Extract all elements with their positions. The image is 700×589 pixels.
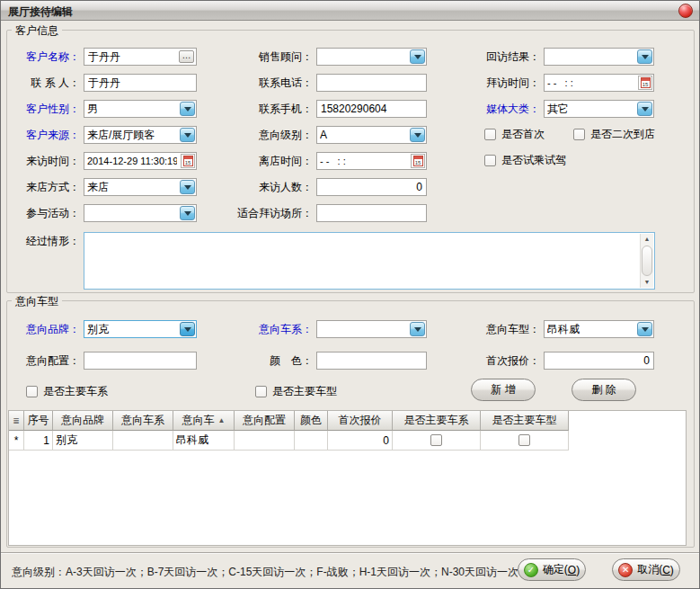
col-header-model[interactable]: 意向车▲ — [173, 411, 235, 431]
leave-time-value[interactable] — [317, 153, 410, 169]
col-header-color[interactable]: 颜色 — [295, 411, 328, 431]
customer-name-browse-button[interactable]: … — [179, 50, 194, 63]
intent-series-value[interactable] — [317, 321, 409, 337]
calendar-icon[interactable]: 15 — [638, 76, 652, 90]
intent-config-label: 意向配置： — [8, 353, 80, 368]
col-header-seq[interactable]: 序号 — [24, 411, 53, 431]
main-series-checkbox[interactable]: 是否主要车系 — [26, 385, 108, 397]
table-row[interactable]: * 1 别克 昂科威 0 — [9, 431, 686, 451]
leave-time-field[interactable]: 15 — [316, 152, 427, 170]
intent-table: ≣ 序号 意向品牌 意向车系 意向车▲ 意向配置 颜色 首次报价 是否主要车系 … — [8, 410, 687, 546]
gender-value[interactable] — [84, 101, 179, 117]
delete-button[interactable]: 删 除 — [572, 379, 636, 401]
intent-brand-combo[interactable] — [84, 320, 197, 338]
gender-label: 客户性别： — [8, 102, 80, 116]
mobile-field[interactable] — [316, 100, 427, 118]
first-quote-label: 首次报价： — [447, 353, 540, 368]
chevron-down-icon[interactable] — [180, 206, 195, 220]
row-selector-header[interactable]: ≣ — [9, 411, 24, 431]
checkbox-icon[interactable] — [26, 386, 38, 397]
arrive-time-value[interactable] — [84, 153, 180, 169]
visit-mode-combo[interactable] — [84, 178, 197, 196]
ok-button[interactable]: ✓ 确定(O) — [518, 558, 586, 581]
chevron-down-icon[interactable] — [180, 322, 195, 336]
main-model-checkbox[interactable]: 是否主要车型 — [255, 385, 337, 397]
contact-person-label: 联 系 人： — [8, 76, 80, 90]
chevron-down-icon[interactable] — [637, 322, 652, 336]
revisit-result-label: 回访结果： — [447, 49, 540, 64]
sales-consultant-value[interactable] — [317, 49, 409, 65]
contact-person-field[interactable] — [84, 74, 197, 92]
narrative-textarea[interactable]: ▲ ▼ — [84, 232, 655, 290]
intent-level-value[interactable] — [317, 127, 409, 143]
col-header-main-model[interactable]: 是否主要车型 — [481, 411, 569, 431]
second-visit-checkbox[interactable]: 是否二次到店 — [573, 128, 655, 140]
media-type-label: 媒体大类： — [447, 102, 540, 116]
appoint-time-value[interactable] — [545, 75, 637, 91]
cancel-button[interactable]: ✕ 取消(C) — [612, 558, 680, 581]
intent-config-field[interactable] — [84, 352, 197, 370]
color-field[interactable] — [316, 352, 427, 370]
chevron-down-icon[interactable] — [180, 128, 195, 142]
intent-vehicle-group-title: 意向车型 — [12, 294, 62, 309]
checkbox-icon[interactable] — [484, 129, 496, 140]
intent-level-hint: 意向级别：A-3天回访一次；B-7天回访一次；C-15天回访一次；F-战败；H-… — [12, 565, 518, 580]
appoint-time-field[interactable]: 15 — [544, 74, 654, 92]
intent-brand-label: 意向品牌： — [8, 322, 80, 336]
revisit-result-value[interactable] — [545, 49, 636, 65]
cell-main-model-checkbox[interactable] — [518, 434, 530, 446]
intent-model-label: 意向车型： — [447, 322, 540, 336]
chevron-down-icon[interactable] — [180, 180, 195, 194]
col-header-series[interactable]: 意向车系 — [113, 411, 173, 431]
cell-main-series-checkbox[interactable] — [430, 434, 442, 446]
visitor-count-field[interactable] — [316, 178, 427, 196]
visitor-count-label: 来访人数： — [228, 180, 313, 194]
revisit-result-combo[interactable] — [544, 48, 654, 66]
checkbox-icon[interactable] — [573, 129, 585, 140]
sales-consultant-combo[interactable] — [316, 48, 427, 66]
activity-value[interactable] — [84, 205, 179, 221]
intent-model-combo[interactable] — [544, 320, 654, 338]
arrive-time-field[interactable]: 15 — [84, 152, 197, 170]
ok-check-icon: ✓ — [524, 563, 538, 577]
calendar-icon[interactable]: 15 — [181, 154, 195, 168]
narrative-label: 经过情形： — [8, 234, 80, 248]
checkbox-icon[interactable] — [255, 386, 267, 397]
media-type-value[interactable] — [545, 101, 636, 117]
scroll-down-icon[interactable]: ▼ — [641, 277, 653, 288]
scroll-up-icon[interactable]: ▲ — [641, 234, 653, 245]
intent-series-combo[interactable] — [316, 320, 427, 338]
first-visit-checkbox[interactable]: 是否首次 — [484, 128, 545, 140]
activity-combo[interactable] — [84, 204, 197, 222]
chevron-down-icon[interactable] — [410, 49, 425, 64]
contact-phone-field[interactable] — [316, 74, 427, 92]
chevron-down-icon[interactable] — [180, 102, 195, 116]
add-button[interactable]: 新 增 — [471, 379, 536, 401]
calendar-icon[interactable]: 15 — [411, 154, 425, 168]
chevron-down-icon[interactable] — [637, 49, 652, 64]
source-combo[interactable] — [84, 126, 197, 144]
test-drive-checkbox[interactable]: 是否试乘试驾 — [484, 154, 566, 166]
intent-level-combo[interactable] — [316, 126, 427, 144]
source-value[interactable] — [84, 127, 179, 143]
first-quote-field[interactable] — [544, 352, 654, 370]
chevron-down-icon[interactable] — [637, 102, 652, 116]
intent-model-value[interactable] — [545, 321, 636, 337]
intent-brand-value[interactable] — [84, 321, 179, 337]
scrollbar-thumb[interactable] — [642, 245, 652, 276]
visit-mode-value[interactable] — [84, 179, 179, 195]
col-header-quote[interactable]: 首次报价 — [328, 411, 393, 431]
chevron-down-icon[interactable] — [410, 322, 425, 336]
visit-place-field[interactable] — [316, 204, 427, 222]
chevron-down-icon[interactable] — [410, 128, 425, 142]
checkbox-icon[interactable] — [484, 155, 496, 166]
col-header-config[interactable]: 意向配置 — [235, 411, 295, 431]
media-type-combo[interactable] — [544, 100, 654, 118]
col-header-main-series[interactable]: 是否主要车系 — [393, 411, 481, 431]
leave-time-label: 离店时间： — [228, 154, 313, 168]
cell-brand: 别克 — [53, 431, 113, 451]
col-header-brand[interactable]: 意向品牌 — [53, 411, 113, 431]
close-button[interactable] — [678, 4, 693, 18]
gender-combo[interactable] — [84, 100, 197, 118]
scrollbar[interactable]: ▲ ▼ — [640, 234, 653, 288]
